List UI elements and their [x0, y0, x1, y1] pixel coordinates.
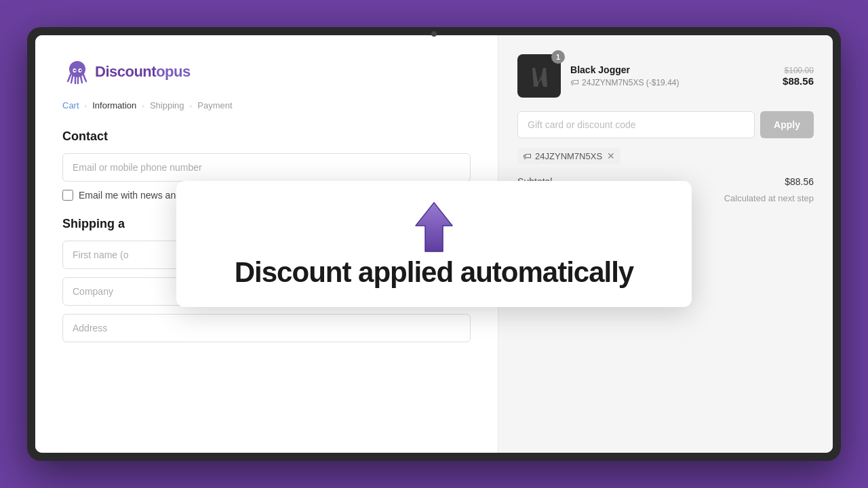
discount-input-row: Apply [517, 111, 814, 138]
svg-marker-5 [416, 203, 452, 251]
product-original-price: $100.00 [783, 66, 814, 75]
shipping-value: Calculated at next step [724, 193, 814, 203]
screen: Discountopus Cart › Information › Shippi… [35, 35, 833, 453]
product-final-price: $88.56 [783, 75, 814, 87]
breadcrumb-cart[interactable]: Cart [62, 100, 79, 110]
breadcrumb: Cart › Information › Shipping › Payment [62, 100, 471, 110]
logo-octopus-icon [62, 57, 92, 87]
breadcrumb-information: Information [92, 100, 136, 110]
logo-opus-text: opus [156, 63, 191, 80]
logo-text: Discountopus [95, 63, 191, 81]
svg-point-4 [79, 70, 81, 71]
laptop-frame: Discountopus Cart › Information › Shippi… [27, 27, 841, 461]
breadcrumb-payment: Payment [197, 100, 232, 110]
product-code-text: 24JZYNM7N5XS (-$19.44) [582, 78, 679, 87]
remove-discount-button[interactable]: ✕ [607, 150, 615, 161]
subtotal-value: $88.56 [785, 176, 814, 187]
breadcrumb-shipping: Shipping [150, 100, 184, 110]
tag-icon: 🏷 [570, 77, 579, 87]
breadcrumb-sep-2: › [142, 102, 144, 110]
contact-section-title: Contact [62, 129, 471, 144]
product-row: 1 Black Jogger 🏷 24JZYNM7N5XS (-$19.44) … [517, 54, 814, 98]
discount-tag-code: 24JZYNM7N5XS [535, 151, 602, 161]
product-image-wrap: 1 [517, 54, 561, 98]
logo-area: Discountopus [62, 57, 471, 87]
tooltip-arrow-icon [410, 200, 458, 254]
product-name: Black Jogger [570, 64, 773, 75]
breadcrumb-sep-3: › [190, 102, 193, 110]
email-input[interactable] [62, 153, 471, 182]
breadcrumb-sep-1: › [85, 102, 87, 110]
camera-dot [431, 31, 437, 37]
discount-tag: 🏷 24JZYNM7N5XS ✕ [517, 148, 620, 164]
tooltip-overlay: Discount applied automatically [176, 181, 692, 307]
svg-point-3 [74, 70, 75, 71]
logo[interactable]: Discountopus [62, 57, 471, 87]
apply-button[interactable]: Apply [760, 111, 814, 138]
discount-code-input[interactable] [517, 111, 755, 138]
product-price-column: $100.00 $88.56 [783, 66, 814, 87]
tooltip-text: Discount applied automatically [235, 257, 633, 288]
discount-tag-icon: 🏷 [523, 151, 532, 161]
newsletter-checkbox[interactable] [62, 190, 73, 201]
discount-tag-row: 🏷 24JZYNM7N5XS ✕ [517, 148, 814, 164]
address-input[interactable] [62, 314, 471, 342]
product-quantity-badge: 1 [551, 50, 565, 64]
product-code: 🏷 24JZYNM7N5XS (-$19.44) [570, 77, 773, 87]
logo-discount-text: Discount [95, 63, 156, 80]
product-jogger-icon [526, 62, 553, 89]
product-info: Black Jogger 🏷 24JZYNM7N5XS (-$19.44) [570, 64, 773, 87]
